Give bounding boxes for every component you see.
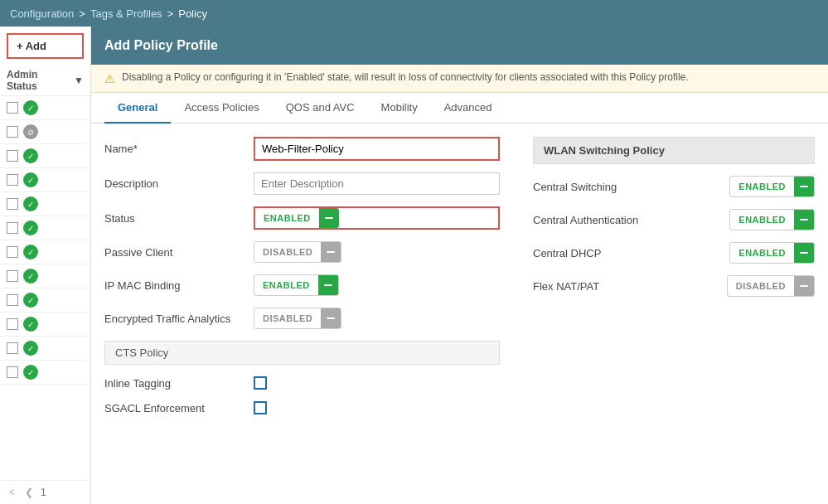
row-checkbox[interactable]: [7, 126, 18, 138]
eta-toggle[interactable]: DISABLED: [254, 308, 341, 329]
status-badge-green: ✓: [23, 196, 38, 211]
passive-toggle-button[interactable]: [321, 242, 341, 262]
breadcrumb-sep1: >: [79, 7, 85, 20]
list-item[interactable]: ⊘: [0, 120, 90, 144]
svg-rect-4: [800, 186, 808, 187]
tab-mobility[interactable]: Mobility: [368, 93, 431, 124]
passive-toggle[interactable]: DISABLED: [254, 241, 341, 263]
svg-rect-6: [800, 252, 808, 254]
status-row: Status ENABLED: [104, 206, 500, 230]
filter-icon[interactable]: ▼: [74, 75, 84, 86]
sgacl-row: SGACL Enforcement: [104, 401, 500, 414]
list-item[interactable]: ✓: [0, 216, 90, 240]
flex-nat-row: Flex NAT/PAT DISABLED: [533, 275, 815, 297]
status-badge-green: ✓: [23, 293, 38, 308]
list-item[interactable]: ✓: [0, 192, 90, 216]
breadcrumb-config[interactable]: Configuration: [10, 7, 74, 20]
alert-text: Disabling a Policy or configuring it in …: [122, 71, 689, 83]
add-button[interactable]: + Add: [7, 33, 84, 59]
row-checkbox[interactable]: [7, 198, 18, 210]
row-checkbox[interactable]: [7, 150, 18, 162]
list-item[interactable]: ✓: [0, 264, 90, 288]
description-input[interactable]: [254, 172, 500, 195]
status-badge-green: ✓: [23, 341, 38, 356]
central-switching-status-label: ENABLED: [730, 178, 794, 195]
status-badge-green: ✓: [23, 172, 38, 187]
wlan-header: WLAN Switching Policy: [533, 137, 815, 164]
central-auth-status-label: ENABLED: [730, 211, 794, 228]
list-item[interactable]: ✓: [0, 361, 90, 385]
ipmac-row: IP MAC Binding ENABLED: [104, 274, 500, 296]
central-dhcp-toggle-button[interactable]: [794, 243, 814, 263]
tab-qos-avc[interactable]: QOS and AVC: [273, 93, 368, 124]
prev-page-button[interactable]: <: [7, 486, 17, 499]
row-checkbox[interactable]: [7, 318, 18, 330]
status-badge-green: ✓: [23, 220, 38, 235]
central-dhcp-toggle[interactable]: ENABLED: [729, 242, 815, 264]
row-checkbox[interactable]: [7, 222, 18, 234]
form-left: Name* Description Status ENABLED: [104, 137, 500, 491]
warning-icon: ⚠: [104, 72, 115, 85]
ipmac-status-label: ENABLED: [254, 277, 318, 293]
status-toggle[interactable]: ENABLED: [255, 208, 339, 228]
panel-title-text: Add Policy Profile: [104, 38, 218, 53]
inline-tagging-checkbox[interactable]: [254, 376, 267, 390]
row-checkbox[interactable]: [7, 366, 18, 378]
central-auth-toggle[interactable]: ENABLED: [729, 209, 815, 230]
flex-nat-toggle[interactable]: DISABLED: [727, 275, 815, 297]
tab-advanced[interactable]: Advanced: [431, 93, 506, 124]
row-checkbox[interactable]: [7, 246, 18, 258]
status-toggle-wrapper: ENABLED: [254, 206, 500, 230]
passive-client-label: Passive Client: [104, 246, 254, 259]
list-item[interactable]: ✓: [0, 313, 90, 337]
status-badge-green: ✓: [23, 100, 38, 115]
sgacl-checkbox[interactable]: [254, 401, 267, 414]
list-item[interactable]: ✓: [0, 288, 90, 313]
tab-access-policies[interactable]: Access Policies: [171, 93, 272, 124]
ipmac-toggle-button[interactable]: [318, 275, 338, 295]
central-switching-toggle[interactable]: ENABLED: [729, 176, 815, 197]
admin-status-label: Admin Status: [7, 69, 70, 92]
status-badge-green: ✓: [23, 317, 38, 332]
list-item[interactable]: ✓: [0, 96, 90, 120]
name-input[interactable]: [255, 138, 498, 159]
central-switching-toggle-button[interactable]: [794, 177, 814, 196]
status-badge-green: ✓: [23, 148, 38, 163]
description-row: Description: [104, 172, 500, 195]
central-auth-row: Central Authentication ENABLED: [533, 209, 815, 230]
status-toggle-button[interactable]: [319, 208, 339, 228]
row-checkbox[interactable]: [7, 174, 18, 186]
svg-rect-3: [327, 317, 335, 319]
row-checkbox[interactable]: [7, 342, 18, 354]
row-checkbox[interactable]: [7, 102, 18, 114]
list-item[interactable]: ✓: [0, 337, 90, 361]
central-auth-toggle-button[interactable]: [794, 210, 814, 230]
svg-rect-5: [800, 219, 808, 220]
list-item[interactable]: ✓: [0, 240, 90, 264]
list-item[interactable]: ✓: [0, 168, 90, 192]
breadcrumb-tags[interactable]: Tags & Profiles: [90, 7, 162, 20]
central-switching-label: Central Switching: [533, 181, 617, 193]
name-input-wrapper: [254, 137, 500, 161]
prev-button[interactable]: ❮: [22, 486, 36, 499]
eta-row: Encrypted Traffic Analytics DISABLED: [104, 308, 500, 329]
panel-title: Add Policy Profile: [91, 27, 828, 65]
list-item[interactable]: ✓: [0, 144, 90, 168]
flex-nat-toggle-button[interactable]: [794, 276, 814, 296]
alert-bar: ⚠ Disabling a Policy or configuring it i…: [91, 65, 828, 93]
svg-rect-0: [325, 217, 333, 219]
breadcrumb-sep2: >: [167, 7, 174, 20]
tab-general[interactable]: General: [104, 93, 171, 124]
status-enabled-label: ENABLED: [255, 210, 319, 226]
sidebar-header: Admin Status ▼: [0, 65, 90, 96]
row-checkbox[interactable]: [7, 270, 18, 282]
svg-rect-2: [324, 284, 332, 286]
central-dhcp-label: Central DHCP: [533, 247, 601, 259]
status-badge-grey: ⊘: [23, 124, 38, 139]
eta-toggle-button[interactable]: [321, 308, 341, 328]
ipmac-toggle[interactable]: ENABLED: [254, 274, 339, 296]
content-area: Add Policy Profile ⚠ Disabling a Policy …: [91, 27, 828, 504]
flex-nat-label: Flex NAT/PAT: [533, 280, 599, 293]
central-dhcp-row: Central DHCP ENABLED: [533, 242, 815, 264]
row-checkbox[interactable]: [7, 294, 18, 306]
